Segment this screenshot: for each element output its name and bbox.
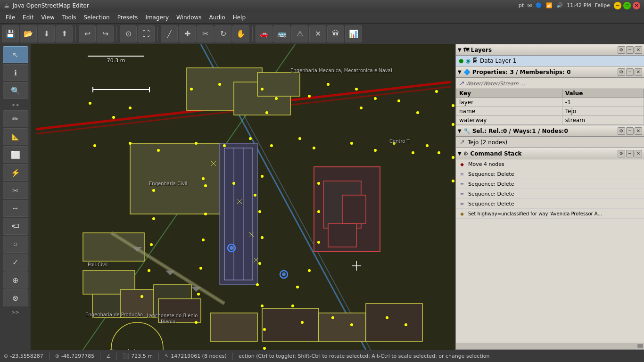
- history-button[interactable]: 🏛: [327, 25, 344, 42]
- layers-settings-button[interactable]: ⚙: [618, 46, 625, 54]
- upload-button[interactable]: ⬆: [56, 25, 73, 42]
- table-row[interactable]: name Tejo: [456, 107, 644, 116]
- svg-point-84: [197, 293, 200, 296]
- selection-settings-button[interactable]: ⚙: [618, 127, 625, 135]
- sel-collapse[interactable]: ▼: [458, 128, 462, 133]
- table-row[interactable]: layer -1: [456, 98, 644, 107]
- select-ways-button[interactable]: ╱: [161, 25, 178, 42]
- properties-settings-button[interactable]: ⚙: [618, 68, 625, 76]
- menu-file[interactable]: File: [2, 13, 19, 22]
- layers-minimize-button[interactable]: ─: [626, 46, 634, 54]
- draw-way-button[interactable]: 📐: [3, 128, 28, 145]
- cmd-item-0[interactable]: ◆ Move 4 nodes: [456, 159, 644, 169]
- warning-button[interactable]: ⚠: [291, 25, 308, 42]
- selection-item[interactable]: ↗ Tejo (2 nodes): [456, 137, 644, 148]
- cmd-item-2[interactable]: ≡ Sequence: Delete: [456, 179, 644, 189]
- layer-eye-icon[interactable]: ●: [459, 58, 463, 64]
- svg-point-52: [93, 144, 96, 147]
- layer-item[interactable]: ● ◉ 🗄 Data Layer 1: [456, 56, 644, 66]
- wifi-icon: 📶: [546, 2, 553, 8]
- delete-button[interactable]: ✕: [309, 25, 326, 42]
- merge-button[interactable]: ⚡: [3, 164, 28, 181]
- properties-minimize-button[interactable]: ─: [626, 68, 634, 76]
- relation-button[interactable]: ○: [3, 236, 28, 253]
- minimize-button[interactable]: ─: [614, 2, 621, 9]
- sel-item-icon: ↗: [460, 139, 465, 146]
- cmd-icon-0: ◆: [459, 161, 465, 167]
- zoom-exact-button[interactable]: ⊙: [120, 25, 137, 42]
- prop-val-layer: -1: [562, 98, 644, 107]
- pan-button[interactable]: ✋: [232, 25, 249, 42]
- menu-view[interactable]: View: [37, 13, 58, 22]
- cmd-item-4[interactable]: ≡ Sequence: Delete: [456, 199, 644, 209]
- delete-node-button[interactable]: ✂: [197, 25, 214, 42]
- download-button[interactable]: ⬇: [38, 25, 55, 42]
- menu-audio[interactable]: Audio: [206, 13, 229, 22]
- cmd-text-5: Set highway=unclassified for way 'Avenid…: [468, 211, 602, 216]
- layers-close-button[interactable]: ✕: [635, 46, 642, 54]
- cmd-item-5[interactable]: ◆ Set highway=unclassified for way 'Aven…: [456, 209, 644, 219]
- car-button[interactable]: 🚗: [256, 25, 272, 42]
- cmd-scroll-thumb[interactable]: [637, 344, 643, 348]
- menu-imagery[interactable]: Imagery: [141, 13, 173, 22]
- svg-point-37: [190, 88, 193, 90]
- tag-button[interactable]: 🏷: [3, 218, 28, 235]
- cmd-item-3[interactable]: ≡ Sequence: Delete: [456, 189, 644, 199]
- chart-button[interactable]: 📊: [345, 25, 362, 42]
- validate-button[interactable]: ✓: [3, 254, 28, 271]
- selection-icon: 🔧: [463, 128, 471, 134]
- app-icon: ☕: [4, 2, 10, 9]
- undo-button[interactable]: ↩: [79, 25, 96, 42]
- map-canvas[interactable]: Engenharia Mecanica, Mecatronica e Naval…: [31, 44, 455, 350]
- titlebar: ☕ Java OpenStreetMap Editor pt ✉ 🔵 📶 🔊 1…: [0, 0, 644, 11]
- cmd-close-button[interactable]: ✕: [635, 150, 642, 157]
- svg-point-97: [301, 321, 304, 324]
- properties-close-button[interactable]: ✕: [635, 68, 642, 76]
- add-node-button[interactable]: ✚: [179, 25, 196, 42]
- menu-tools[interactable]: Tools: [58, 13, 80, 22]
- menu-windows[interactable]: Windows: [173, 13, 206, 22]
- selection-minimize-button[interactable]: ─: [626, 127, 634, 135]
- more-tools-1[interactable]: >>: [3, 100, 28, 109]
- download-area-button[interactable]: ⊕: [3, 272, 28, 288]
- cmd-scrollbar[interactable]: [456, 343, 644, 349]
- menu-presets[interactable]: Presets: [114, 13, 142, 22]
- redo-button[interactable]: ↪: [97, 25, 114, 42]
- properties-subtitle-text: Water/Water/Stream ...: [465, 81, 525, 87]
- menu-selection[interactable]: Selection: [80, 13, 113, 22]
- add-area-button[interactable]: ⬜: [3, 146, 28, 163]
- map-area[interactable]: Engenharia Mecanica, Mecatronica e Naval…: [31, 44, 455, 350]
- rotate-button[interactable]: ↻: [215, 25, 231, 42]
- svg-point-56: [223, 144, 226, 147]
- zoom-fit-button[interactable]: ⛶: [138, 25, 155, 42]
- menu-help[interactable]: Help: [229, 13, 249, 22]
- selection-close-button[interactable]: ✕: [635, 127, 642, 135]
- layers-panel: ▼ 🗺 Layers ⚙ ─ ✕ ● ◉ 🗄 Data Layer 1: [456, 44, 644, 66]
- cmd-collapse[interactable]: ▼: [458, 151, 462, 156]
- save-button[interactable]: 💾: [2, 25, 19, 42]
- layers-title: Layers: [471, 47, 492, 53]
- upload-area-button[interactable]: ⊗: [3, 289, 28, 306]
- close-button[interactable]: ✕: [633, 2, 640, 9]
- maximize-button[interactable]: □: [623, 2, 631, 9]
- props-collapse[interactable]: ▼: [458, 69, 462, 74]
- layers-collapse[interactable]: ▼: [458, 47, 462, 52]
- reverse-button[interactable]: ↔: [3, 200, 28, 217]
- command-list[interactable]: ◆ Move 4 nodes ≡ Sequence: Delete ≡ Sequ…: [456, 159, 644, 343]
- open-button[interactable]: 📂: [20, 25, 37, 42]
- cmd-minimize-button[interactable]: ─: [626, 150, 634, 157]
- more-tools-2[interactable]: >>: [3, 307, 28, 317]
- draw-node-button[interactable]: ✏: [3, 110, 28, 127]
- table-row[interactable]: waterway stream: [456, 116, 644, 125]
- cmd-item-1[interactable]: ≡ Sequence: Delete: [456, 169, 644, 179]
- svg-point-67: [452, 156, 454, 159]
- select-tool-button[interactable]: ↖: [3, 46, 28, 63]
- bus-button[interactable]: 🚌: [273, 25, 290, 42]
- cmd-settings-button[interactable]: ⚙: [618, 150, 625, 157]
- split-button[interactable]: ✂: [3, 182, 28, 199]
- info-tool-button[interactable]: ℹ: [3, 64, 28, 81]
- svg-point-42: [308, 95, 311, 98]
- properties-icon: 🔷: [463, 69, 471, 75]
- zoom-tool-button[interactable]: 🔍: [3, 82, 28, 99]
- menu-edit[interactable]: Edit: [19, 13, 37, 22]
